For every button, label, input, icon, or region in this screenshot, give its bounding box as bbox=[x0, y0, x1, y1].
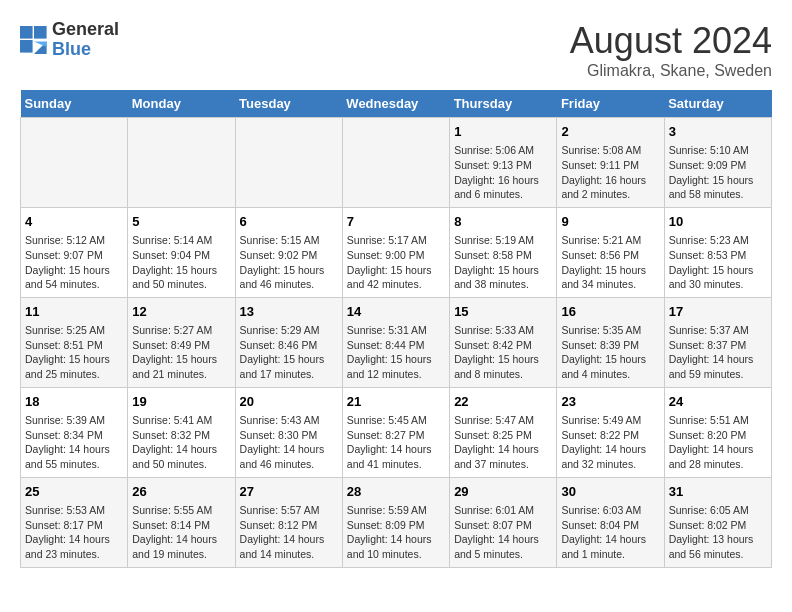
calendar-week-row: 11Sunrise: 5:25 AM Sunset: 8:51 PM Dayli… bbox=[21, 297, 772, 387]
day-info: Sunrise: 5:29 AM Sunset: 8:46 PM Dayligh… bbox=[240, 323, 338, 382]
calendar-cell: 19Sunrise: 5:41 AM Sunset: 8:32 PM Dayli… bbox=[128, 387, 235, 477]
day-info: Sunrise: 5:41 AM Sunset: 8:32 PM Dayligh… bbox=[132, 413, 230, 472]
weekday-header: Friday bbox=[557, 90, 664, 118]
day-info: Sunrise: 5:57 AM Sunset: 8:12 PM Dayligh… bbox=[240, 503, 338, 562]
calendar-week-row: 4Sunrise: 5:12 AM Sunset: 9:07 PM Daylig… bbox=[21, 207, 772, 297]
day-info: Sunrise: 5:45 AM Sunset: 8:27 PM Dayligh… bbox=[347, 413, 445, 472]
day-info: Sunrise: 5:49 AM Sunset: 8:22 PM Dayligh… bbox=[561, 413, 659, 472]
day-number: 10 bbox=[669, 213, 767, 231]
day-number: 6 bbox=[240, 213, 338, 231]
calendar-cell: 21Sunrise: 5:45 AM Sunset: 8:27 PM Dayli… bbox=[342, 387, 449, 477]
logo-icon bbox=[20, 26, 48, 54]
calendar-table: SundayMondayTuesdayWednesdayThursdayFrid… bbox=[20, 90, 772, 568]
calendar-week-row: 18Sunrise: 5:39 AM Sunset: 8:34 PM Dayli… bbox=[21, 387, 772, 477]
calendar-week-row: 25Sunrise: 5:53 AM Sunset: 8:17 PM Dayli… bbox=[21, 477, 772, 567]
logo-line1: General bbox=[52, 20, 119, 40]
day-number: 27 bbox=[240, 483, 338, 501]
day-number: 26 bbox=[132, 483, 230, 501]
calendar-cell: 10Sunrise: 5:23 AM Sunset: 8:53 PM Dayli… bbox=[664, 207, 771, 297]
calendar-cell bbox=[235, 118, 342, 208]
calendar-cell: 9Sunrise: 5:21 AM Sunset: 8:56 PM Daylig… bbox=[557, 207, 664, 297]
calendar-cell: 23Sunrise: 5:49 AM Sunset: 8:22 PM Dayli… bbox=[557, 387, 664, 477]
weekday-header: Sunday bbox=[21, 90, 128, 118]
day-info: Sunrise: 5:59 AM Sunset: 8:09 PM Dayligh… bbox=[347, 503, 445, 562]
page-header: General Blue August 2024 Glimakra, Skane… bbox=[20, 20, 772, 80]
day-info: Sunrise: 5:51 AM Sunset: 8:20 PM Dayligh… bbox=[669, 413, 767, 472]
weekday-header: Wednesday bbox=[342, 90, 449, 118]
calendar-cell: 4Sunrise: 5:12 AM Sunset: 9:07 PM Daylig… bbox=[21, 207, 128, 297]
day-number: 22 bbox=[454, 393, 552, 411]
calendar-cell: 6Sunrise: 5:15 AM Sunset: 9:02 PM Daylig… bbox=[235, 207, 342, 297]
day-info: Sunrise: 5:35 AM Sunset: 8:39 PM Dayligh… bbox=[561, 323, 659, 382]
subtitle: Glimakra, Skane, Sweden bbox=[570, 62, 772, 80]
day-number: 28 bbox=[347, 483, 445, 501]
calendar-cell: 11Sunrise: 5:25 AM Sunset: 8:51 PM Dayli… bbox=[21, 297, 128, 387]
calendar-cell: 20Sunrise: 5:43 AM Sunset: 8:30 PM Dayli… bbox=[235, 387, 342, 477]
day-info: Sunrise: 6:05 AM Sunset: 8:02 PM Dayligh… bbox=[669, 503, 767, 562]
calendar-cell: 16Sunrise: 5:35 AM Sunset: 8:39 PM Dayli… bbox=[557, 297, 664, 387]
calendar-week-row: 1Sunrise: 5:06 AM Sunset: 9:13 PM Daylig… bbox=[21, 118, 772, 208]
day-number: 17 bbox=[669, 303, 767, 321]
svg-rect-1 bbox=[20, 40, 33, 53]
calendar-cell: 30Sunrise: 6:03 AM Sunset: 8:04 PM Dayli… bbox=[557, 477, 664, 567]
calendar-cell: 18Sunrise: 5:39 AM Sunset: 8:34 PM Dayli… bbox=[21, 387, 128, 477]
day-info: Sunrise: 6:03 AM Sunset: 8:04 PM Dayligh… bbox=[561, 503, 659, 562]
calendar-cell: 26Sunrise: 5:55 AM Sunset: 8:14 PM Dayli… bbox=[128, 477, 235, 567]
day-info: Sunrise: 6:01 AM Sunset: 8:07 PM Dayligh… bbox=[454, 503, 552, 562]
calendar-cell: 8Sunrise: 5:19 AM Sunset: 8:58 PM Daylig… bbox=[450, 207, 557, 297]
day-number: 29 bbox=[454, 483, 552, 501]
day-info: Sunrise: 5:08 AM Sunset: 9:11 PM Dayligh… bbox=[561, 143, 659, 202]
calendar-cell: 31Sunrise: 6:05 AM Sunset: 8:02 PM Dayli… bbox=[664, 477, 771, 567]
calendar-cell: 13Sunrise: 5:29 AM Sunset: 8:46 PM Dayli… bbox=[235, 297, 342, 387]
calendar-cell: 5Sunrise: 5:14 AM Sunset: 9:04 PM Daylig… bbox=[128, 207, 235, 297]
calendar-cell bbox=[21, 118, 128, 208]
header-row: SundayMondayTuesdayWednesdayThursdayFrid… bbox=[21, 90, 772, 118]
svg-rect-0 bbox=[20, 26, 33, 39]
day-info: Sunrise: 5:23 AM Sunset: 8:53 PM Dayligh… bbox=[669, 233, 767, 292]
main-title: August 2024 bbox=[570, 20, 772, 62]
day-info: Sunrise: 5:39 AM Sunset: 8:34 PM Dayligh… bbox=[25, 413, 123, 472]
calendar-cell bbox=[128, 118, 235, 208]
logo-text: General Blue bbox=[52, 20, 119, 60]
logo: General Blue bbox=[20, 20, 119, 60]
day-info: Sunrise: 5:37 AM Sunset: 8:37 PM Dayligh… bbox=[669, 323, 767, 382]
day-number: 5 bbox=[132, 213, 230, 231]
day-info: Sunrise: 5:33 AM Sunset: 8:42 PM Dayligh… bbox=[454, 323, 552, 382]
day-number: 9 bbox=[561, 213, 659, 231]
day-info: Sunrise: 5:15 AM Sunset: 9:02 PM Dayligh… bbox=[240, 233, 338, 292]
calendar-cell: 29Sunrise: 6:01 AM Sunset: 8:07 PM Dayli… bbox=[450, 477, 557, 567]
svg-rect-2 bbox=[34, 26, 47, 39]
calendar-cell bbox=[342, 118, 449, 208]
day-number: 8 bbox=[454, 213, 552, 231]
day-info: Sunrise: 5:25 AM Sunset: 8:51 PM Dayligh… bbox=[25, 323, 123, 382]
day-number: 31 bbox=[669, 483, 767, 501]
logo-line2: Blue bbox=[52, 40, 119, 60]
day-number: 1 bbox=[454, 123, 552, 141]
calendar-cell: 7Sunrise: 5:17 AM Sunset: 9:00 PM Daylig… bbox=[342, 207, 449, 297]
day-number: 13 bbox=[240, 303, 338, 321]
day-info: Sunrise: 5:19 AM Sunset: 8:58 PM Dayligh… bbox=[454, 233, 552, 292]
calendar-cell: 14Sunrise: 5:31 AM Sunset: 8:44 PM Dayli… bbox=[342, 297, 449, 387]
day-info: Sunrise: 5:17 AM Sunset: 9:00 PM Dayligh… bbox=[347, 233, 445, 292]
weekday-header: Tuesday bbox=[235, 90, 342, 118]
calendar-cell: 28Sunrise: 5:59 AM Sunset: 8:09 PM Dayli… bbox=[342, 477, 449, 567]
day-number: 19 bbox=[132, 393, 230, 411]
day-number: 4 bbox=[25, 213, 123, 231]
day-number: 3 bbox=[669, 123, 767, 141]
day-info: Sunrise: 5:14 AM Sunset: 9:04 PM Dayligh… bbox=[132, 233, 230, 292]
day-info: Sunrise: 5:47 AM Sunset: 8:25 PM Dayligh… bbox=[454, 413, 552, 472]
calendar-cell: 27Sunrise: 5:57 AM Sunset: 8:12 PM Dayli… bbox=[235, 477, 342, 567]
day-info: Sunrise: 5:06 AM Sunset: 9:13 PM Dayligh… bbox=[454, 143, 552, 202]
day-info: Sunrise: 5:21 AM Sunset: 8:56 PM Dayligh… bbox=[561, 233, 659, 292]
calendar-cell: 25Sunrise: 5:53 AM Sunset: 8:17 PM Dayli… bbox=[21, 477, 128, 567]
title-block: August 2024 Glimakra, Skane, Sweden bbox=[570, 20, 772, 80]
calendar-body: 1Sunrise: 5:06 AM Sunset: 9:13 PM Daylig… bbox=[21, 118, 772, 568]
calendar-cell: 22Sunrise: 5:47 AM Sunset: 8:25 PM Dayli… bbox=[450, 387, 557, 477]
calendar-cell: 1Sunrise: 5:06 AM Sunset: 9:13 PM Daylig… bbox=[450, 118, 557, 208]
day-number: 15 bbox=[454, 303, 552, 321]
day-number: 20 bbox=[240, 393, 338, 411]
day-info: Sunrise: 5:43 AM Sunset: 8:30 PM Dayligh… bbox=[240, 413, 338, 472]
day-info: Sunrise: 5:27 AM Sunset: 8:49 PM Dayligh… bbox=[132, 323, 230, 382]
calendar-cell: 2Sunrise: 5:08 AM Sunset: 9:11 PM Daylig… bbox=[557, 118, 664, 208]
day-number: 30 bbox=[561, 483, 659, 501]
